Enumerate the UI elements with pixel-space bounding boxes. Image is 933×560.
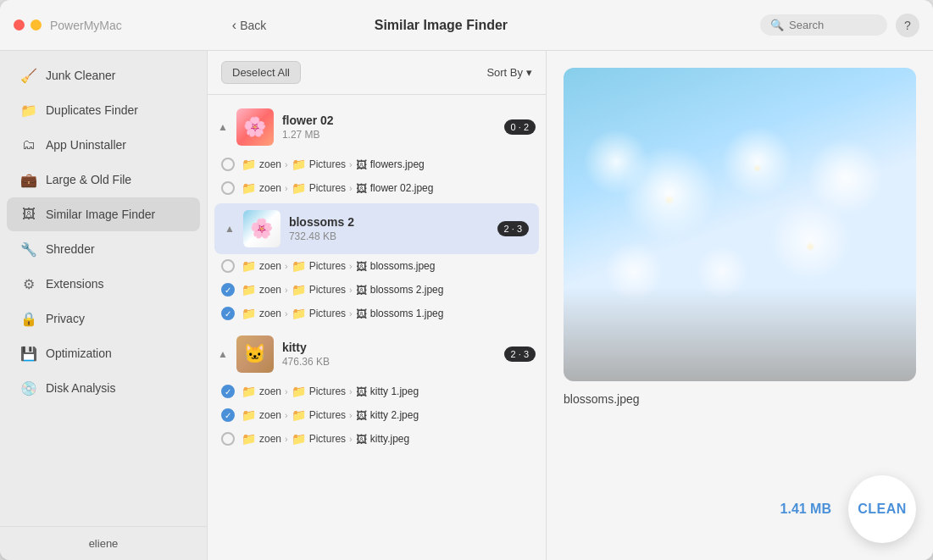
shredder-icon: 🔧 (20, 241, 37, 258)
collapse-icon-kitty[interactable]: ▲ (218, 348, 228, 360)
content-area: Deselect All Sort By ▾ ▲ 🌸 (208, 51, 933, 560)
image-file-icon: 🖼 (356, 284, 367, 297)
window-title: Similar Image Finder (375, 18, 508, 33)
sidebar-item-optimization[interactable]: 💾 Optimization (7, 336, 200, 370)
titlebar-right: 🔍 ? (760, 14, 919, 37)
list-item[interactable]: 📁 zoen › 📁 Pictures › 🖼 blossoms.jpeg (214, 254, 539, 278)
sidebar-item-similar-image-finder[interactable]: 🖼 Similar Image Finder (7, 197, 200, 231)
group-info-blossoms: blossoms 2 732.48 KB (289, 215, 489, 242)
file-path: 📁 zoen › 📁 Pictures › 🖼 blossoms 2.jpeg (242, 283, 532, 297)
sidebar-item-extensions[interactable]: ⚙ Extensions (7, 267, 200, 301)
list-item[interactable]: 📁 zoen › 📁 Pictures › 🖼 kitty 2.jpeg (214, 403, 539, 427)
file-items-kitty: 📁 zoen › 📁 Pictures › 🖼 kitty 1.jpeg (208, 380, 546, 451)
list-item[interactable]: 📁 zoen › 📁 Pictures › 🖼 flowers.jpeg (214, 152, 539, 176)
file-checkbox-checked[interactable] (221, 385, 235, 398)
path-arrow: › (285, 159, 288, 169)
broom-icon: 🧹 (20, 67, 37, 84)
file-path: 📁 zoen › 📁 Pictures › 🖼 flower 02.jpeg (242, 181, 532, 195)
filename-label: kitty.jpeg (370, 433, 409, 445)
group-badge-blossoms: 2 · 3 (497, 221, 529, 236)
file-list-scroll[interactable]: ▲ 🌸 flower 02 1.27 MB 0 · 2 (208, 95, 546, 560)
group-name-blossoms: blossoms 2 (289, 215, 489, 229)
path-arrow: › (349, 308, 353, 319)
clean-button[interactable]: CLEAN (848, 475, 916, 543)
list-item[interactable]: 📁 zoen › 📁 Pictures › 🖼 flower 02.jpeg (214, 176, 539, 200)
sidebar-item-duplicates-finder[interactable]: 📁 Duplicates Finder (7, 93, 200, 127)
sidebar-item-label: Similar Image Finder (46, 208, 155, 221)
group-thumb-flower: 🌸 (236, 108, 274, 146)
group-header-flower[interactable]: ▲ 🌸 flower 02 1.27 MB 0 · 2 (208, 102, 546, 152)
collapse-icon-flower[interactable]: ▲ (218, 121, 228, 133)
folder-label: Pictures (309, 260, 346, 272)
sidebar: 🧹 Junk Cleaner 📁 Duplicates Finder 🗂 App… (0, 51, 208, 560)
minimize-button[interactable] (31, 19, 42, 30)
sort-by-button[interactable]: Sort By ▾ (486, 66, 532, 79)
list-item[interactable]: 📁 zoen › 📁 Pictures › 🖼 kitty 1.jpeg (214, 380, 539, 403)
group-info-kitty: kitty 476.36 KB (282, 341, 496, 368)
preview-panel: blossoms.jpeg 1.41 MB CLEAN (547, 51, 933, 560)
file-path: 📁 zoen › 📁 Pictures › 🖼 kitty 2.jpeg (242, 408, 532, 422)
sidebar-item-label: Disk Analysis (46, 381, 115, 395)
username: eliene (89, 537, 119, 550)
sidebar-item-junk-cleaner[interactable]: 🧹 Junk Cleaner (7, 58, 200, 92)
file-items-blossoms: 📁 zoen › 📁 Pictures › 🖼 blossoms.jpeg (208, 254, 546, 325)
filename-label: flower 02.jpeg (370, 182, 434, 194)
file-checkbox[interactable] (221, 432, 235, 446)
back-button[interactable]: ‹ Back (232, 18, 266, 33)
sidebar-item-shredder[interactable]: 🔧 Shredder (7, 232, 200, 266)
folder-icon: 📁 (292, 408, 306, 422)
preview-footer: 1.41 MB CLEAN (780, 475, 916, 543)
group-thumb-kitty: 🐱 (236, 335, 274, 373)
help-button[interactable]: ? (896, 14, 919, 37)
collapse-icon-blossoms[interactable]: ▲ (225, 223, 235, 235)
list-item[interactable]: 📁 zoen › 📁 Pictures › 🖼 blossoms 1.jpeg (214, 302, 539, 325)
close-button[interactable] (14, 19, 25, 30)
group-size-blossoms: 732.48 KB (289, 230, 489, 242)
user-label: zoen (259, 182, 281, 194)
folder-icon: 📁 (242, 283, 256, 297)
sidebar-footer: eliene (0, 526, 207, 560)
file-path: 📁 zoen › 📁 Pictures › 🖼 blossoms.jpeg (242, 259, 532, 273)
group-header-blossoms[interactable]: ▲ 🌸 blossoms 2 732.48 KB 2 · 3 (214, 203, 539, 254)
sidebar-item-label: Junk Cleaner (46, 69, 116, 82)
image-file-icon: 🖼 (356, 260, 367, 273)
search-box[interactable]: 🔍 (760, 14, 887, 36)
file-path: 📁 zoen › 📁 Pictures › 🖼 blossoms 1.jpeg (242, 307, 532, 320)
path-arrow: › (349, 434, 353, 444)
list-item[interactable]: 📁 zoen › 📁 Pictures › 🖼 kitty.jpeg (214, 427, 539, 451)
optimization-icon: 💾 (20, 345, 37, 362)
sidebar-item-label: Optimization (46, 347, 112, 360)
group-badge-flower: 0 · 2 (504, 119, 536, 135)
folder-label: Pictures (309, 385, 346, 397)
sidebar-item-large-old-file[interactable]: 💼 Large & Old File (7, 163, 200, 197)
folder-label: Pictures (309, 158, 346, 170)
folder-icon: 📁 (20, 102, 37, 119)
group-info-flower: flower 02 1.27 MB (282, 114, 496, 141)
search-input[interactable] (789, 19, 877, 31)
extensions-icon: ⚙ (20, 275, 37, 292)
list-item[interactable]: 📁 zoen › 📁 Pictures › 🖼 blossoms 2.jpeg (214, 278, 539, 302)
user-label: zoen (259, 433, 281, 445)
file-checkbox-checked[interactable] (221, 408, 235, 422)
sidebar-item-disk-analysis[interactable]: 💿 Disk Analysis (7, 371, 200, 405)
file-icon: 💼 (20, 171, 37, 188)
search-icon: 🔍 (770, 19, 784, 31)
file-checkbox[interactable] (221, 259, 235, 273)
folder-label: Pictures (309, 433, 346, 445)
file-checkbox-checked[interactable] (221, 307, 235, 320)
sort-by-label: Sort By (486, 66, 523, 79)
badge-label-blossoms: 2 · 3 (504, 224, 522, 234)
group-header-kitty[interactable]: ▲ 🐱 kitty 476.36 KB 2 · 3 (208, 329, 546, 380)
user-label: zoen (259, 385, 281, 397)
app-icon: 🗂 (20, 136, 37, 153)
sidebar-item-privacy[interactable]: 🔒 Privacy (7, 302, 200, 335)
sidebar-item-app-uninstaller[interactable]: 🗂 App Uninstaller (7, 128, 200, 162)
folder-icon: 📁 (292, 432, 306, 446)
file-checkbox[interactable] (221, 181, 235, 195)
file-checkbox-checked[interactable] (221, 283, 235, 297)
deselect-all-button[interactable]: Deselect All (221, 61, 301, 84)
file-checkbox[interactable] (221, 158, 235, 171)
sidebar-item-label: Large & Old File (46, 173, 131, 186)
folder-icon: 📁 (242, 259, 256, 273)
path-arrow: › (285, 434, 288, 444)
